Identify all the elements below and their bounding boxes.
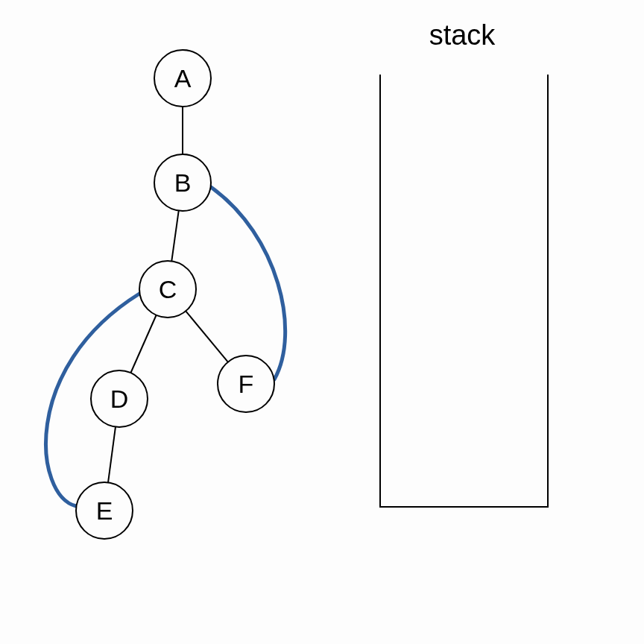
- node-e-label: E: [96, 496, 113, 525]
- stack-container: [380, 75, 548, 507]
- node-f-label: F: [239, 370, 254, 398]
- diagram-canvas: A B C D E F stack: [0, 0, 644, 644]
- node-e: E: [76, 482, 133, 539]
- node-d-label: D: [110, 385, 129, 413]
- edge-c-d: [130, 315, 156, 373]
- stack-title: stack: [429, 19, 496, 51]
- node-b-label: B: [174, 168, 192, 197]
- node-f: F: [218, 356, 274, 412]
- node-a: A: [154, 50, 211, 107]
- node-d: D: [91, 370, 148, 427]
- node-a-label: A: [174, 64, 192, 92]
- node-c: C: [139, 261, 196, 318]
- edge-b-c: [171, 211, 178, 262]
- edge-c-f: [186, 311, 228, 362]
- back-edge-b-f: [211, 187, 285, 379]
- node-c-label: C: [159, 275, 177, 303]
- edge-d-e: [108, 427, 116, 483]
- node-b: B: [154, 154, 211, 211]
